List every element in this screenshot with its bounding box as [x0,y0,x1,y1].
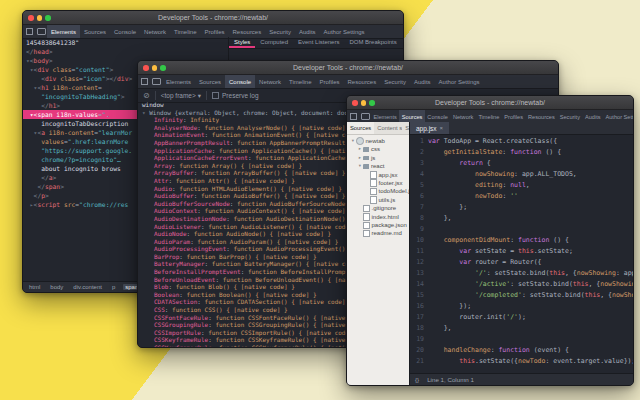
line-number-gutter[interactable]: 18 [410,323,428,334]
line-number-gutter[interactable]: 13 [410,268,428,279]
zoom-button[interactable] [369,100,375,106]
window-title: Developer Tools - chrome://newtab/ [293,64,403,71]
line-number-gutter[interactable]: 2 [410,147,428,158]
close-button[interactable] [143,65,149,71]
line-number-gutter[interactable]: 15 [410,290,428,301]
tab-resources[interactable]: Resources [344,75,381,88]
file-tree-item[interactable]: index.html [347,213,409,221]
navigator-tab-snippets[interactable]: Snippets [402,122,409,134]
file-tree-item[interactable]: ▸css [347,145,409,153]
styles-sidebar-tabs: StylesComputedEvent ListenersDOM Breakpo… [229,37,403,49]
minimize-button[interactable] [37,15,43,21]
line-number-gutter[interactable]: 1 [410,136,428,147]
breadcrumb-item[interactable]: body [48,284,65,290]
editor-statusbar: {} Line 1, Column 1 [410,373,633,385]
checkbox-icon [212,92,219,99]
line-number-gutter[interactable]: 10 [410,235,428,246]
editor-tabstrip: app.jsx × [410,122,633,135]
line-number-gutter[interactable]: 14 [410,279,428,290]
breadcrumb-item[interactable]: html [27,284,42,290]
close-icon[interactable]: × [440,125,444,131]
code-line: 19 [410,334,633,345]
line-number-gutter[interactable]: 17 [410,312,428,323]
sidebar-tab-styles[interactable]: Styles [229,37,255,48]
line-number-gutter[interactable]: 12 [410,257,428,268]
preserve-log-toggle[interactable]: Preserve log [212,92,259,99]
code-text: return { [428,158,491,169]
line-number-gutter[interactable]: 19 [410,334,428,345]
line-number-gutter[interactable]: 9 [410,224,428,235]
tab-timeline[interactable]: Timeline [285,75,315,88]
chevron-down-icon: ▾ [198,92,201,100]
code-text: }, [428,213,451,224]
file-tree-item[interactable]: app.jsx [347,171,409,179]
line-number-gutter[interactable]: 20 [410,345,428,356]
line-number-gutter[interactable]: 8 [410,213,428,224]
window-titlebar[interactable]: Developer Tools - chrome://newtab/ [23,11,403,25]
sidebar-tab-computed[interactable]: Computed [255,37,293,48]
line-number-gutter[interactable]: 11 [410,246,428,257]
file-tree-item[interactable]: todoModel.js [347,187,409,195]
line-number-gutter[interactable]: 5 [410,180,428,191]
breadcrumb-item[interactable]: div.content [71,284,104,290]
code-line: 11 var setState = this.setState; [410,246,633,257]
file-tree-item[interactable]: .gitignore [347,204,409,212]
tab-sources[interactable]: Sources [195,75,225,88]
file-tree-item[interactable]: ▸js [347,154,409,162]
navigator-tabs: SourcesContent scriptsSnippets [347,122,409,135]
tab-audits[interactable]: Audits [410,75,435,88]
pretty-print-button[interactable]: {} [415,376,419,383]
frame-selector-label: <top frame> [161,92,196,99]
inspect-element-icon[interactable] [138,75,150,88]
window-title: Developer Tools - chrome://newtab/ [158,14,268,21]
tab-profiles[interactable]: Profiles [316,75,344,88]
window-titlebar[interactable]: Developer Tools - chrome://newtab/ [138,61,558,75]
zoom-button[interactable] [45,15,51,21]
file-icon [363,213,370,221]
code-line: 12 var router = Router({ [410,257,633,268]
breadcrumb-item[interactable]: p [110,284,117,290]
navigator-tab-sources[interactable]: Sources [347,122,374,134]
tab-network[interactable]: Network [255,75,285,88]
zoom-button[interactable] [160,65,166,71]
panel-tabs: ElementsSourcesConsoleNetworkTimelinePro… [162,75,484,88]
line-number-gutter[interactable]: 3 [410,158,428,169]
file-tree-item[interactable]: readme.md [347,229,409,237]
line-number-gutter[interactable]: 16 [410,301,428,312]
line-number-gutter[interactable]: 4 [410,169,428,180]
line-number-gutter[interactable]: 7 [410,202,428,213]
close-button[interactable] [352,100,358,106]
window-titlebar[interactable]: Developer Tools - chrome://newtab/ [347,96,633,110]
file-tree-item[interactable]: ▾react [347,162,409,170]
clear-console-icon[interactable]: ⊘ [143,92,150,100]
editor-file-tab[interactable]: app.jsx × [410,122,449,134]
file-tree-item[interactable]: package.json [347,221,409,229]
frame-selector[interactable]: <top frame> ▾ [161,92,201,100]
dom-tree-row[interactable]: 1454838641238" [23,38,228,47]
minimize-button[interactable] [361,100,367,106]
file-name: utils.js [379,196,396,204]
code-text: '/': setState.bind(this, {nowShowing: ap… [428,268,633,279]
minimize-button[interactable] [152,65,158,71]
close-button[interactable] [28,15,34,21]
line-number-gutter[interactable]: 6 [410,191,428,202]
traffic-lights [352,100,375,106]
code-line: 8 }, [410,213,633,224]
cursor-position: Line 1, Column 1 [427,376,474,383]
tab-author-settings[interactable]: Author Settings [435,75,484,88]
tab-console[interactable]: Console [225,75,255,88]
file-tree-item[interactable]: ▾newtab [347,137,409,145]
tab-security[interactable]: Security [380,75,410,88]
dom-tree-row[interactable]: </head> [23,47,228,56]
code-text: editing: null, [428,180,530,191]
sidebar-tab-event-listeners[interactable]: Event Listeners [293,37,344,48]
file-tree-item[interactable]: utils.js [347,196,409,204]
line-number-gutter[interactable]: 21 [410,356,428,367]
device-mode-icon[interactable] [150,75,162,88]
file-tree-item[interactable]: footer.jsx [347,179,409,187]
code-line: 14 '/active': setState.bind(this, {nowSh… [410,279,633,290]
tab-elements[interactable]: Elements [162,75,195,88]
file-name: footer.jsx [379,179,403,187]
navigator-tab-content-scripts[interactable]: Content scripts [374,122,402,134]
sidebar-tab-dom-breakpoints[interactable]: DOM Breakpoints [344,37,401,48]
